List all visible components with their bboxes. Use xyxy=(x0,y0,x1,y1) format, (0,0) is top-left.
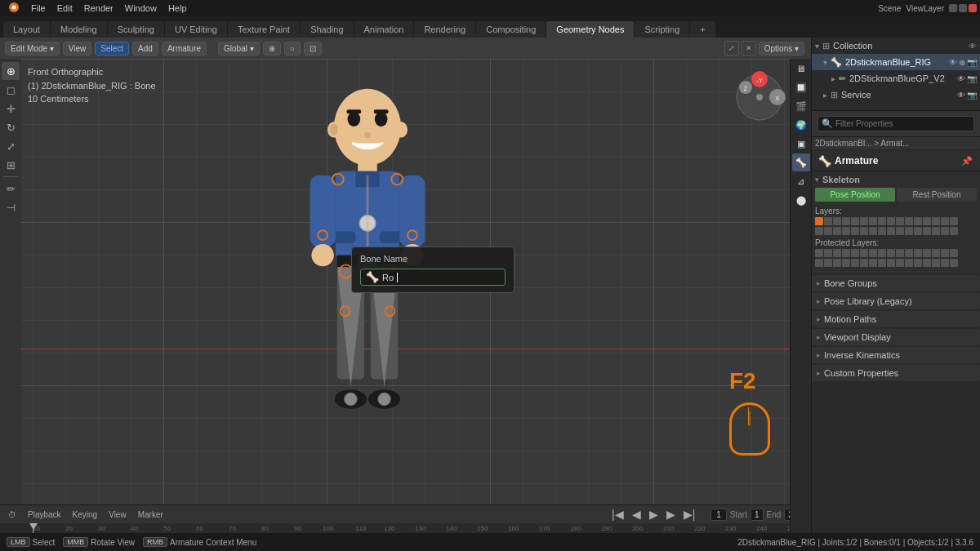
window-menu[interactable]: Window xyxy=(120,2,162,15)
transform-global[interactable]: Global ▾ xyxy=(218,42,260,56)
render-menu[interactable]: Render xyxy=(79,2,118,15)
help-menu[interactable]: Help xyxy=(163,2,192,15)
layer-24[interactable] xyxy=(887,227,895,235)
layer-13[interactable] xyxy=(932,217,940,225)
armature-tab[interactable]: 🦴 xyxy=(792,153,810,171)
prot-19[interactable] xyxy=(842,259,850,267)
layer-25[interactable] xyxy=(896,227,904,235)
prot-18[interactable] xyxy=(833,259,841,267)
current-frame[interactable]: 1 xyxy=(710,509,727,521)
prot-15[interactable] xyxy=(950,249,958,257)
rotate-tool[interactable]: ↻ xyxy=(2,118,20,136)
object-data-tab[interactable]: ⊿ xyxy=(792,172,810,190)
tab-add[interactable]: + xyxy=(690,21,715,38)
tab-compositing[interactable]: Compositing xyxy=(476,21,546,38)
tab-scripting[interactable]: Scripting xyxy=(635,21,689,38)
prot-8[interactable] xyxy=(887,249,895,257)
material-tab[interactable]: ⬤ xyxy=(792,191,810,209)
layer-14[interactable] xyxy=(941,217,949,225)
select-tool[interactable]: ◻ xyxy=(2,81,20,99)
prot-10[interactable] xyxy=(905,249,913,257)
layer-31[interactable] xyxy=(950,227,958,235)
output-tab[interactable]: 🖥 xyxy=(792,60,810,78)
prot-6[interactable] xyxy=(869,249,877,257)
snap-toggle[interactable]: ⊡ xyxy=(304,42,322,56)
visibility-icon[interactable]: 👁 xyxy=(969,42,977,51)
proportional-editing[interactable]: ○ xyxy=(284,42,301,56)
outliner-item-rig[interactable]: ▾ 🦴 2DstickmanBlue_RIG 👁 ⊕ 📷 xyxy=(812,54,980,70)
layer-4[interactable] xyxy=(851,217,859,225)
jump-start[interactable]: |◀ xyxy=(609,508,626,521)
edit-menu[interactable]: Edit xyxy=(52,2,78,15)
prot-13[interactable] xyxy=(932,249,940,257)
main-viewport[interactable]: ⊕ ◻ ✛ ↻ ⤢ ⊞ ✏ ⊣ Front Orthographic (1) 2… xyxy=(0,59,811,504)
viewport-close[interactable]: ✕ xyxy=(742,41,756,56)
layer-23[interactable] xyxy=(878,227,886,235)
layer-12[interactable] xyxy=(923,217,931,225)
layer-15[interactable] xyxy=(950,217,958,225)
prot-30[interactable] xyxy=(941,259,949,267)
layer-29[interactable] xyxy=(932,227,940,235)
layer-5[interactable] xyxy=(860,217,868,225)
tl-playback[interactable]: Playback xyxy=(24,509,65,520)
layer-19[interactable] xyxy=(842,227,850,235)
select-menu[interactable]: Select xyxy=(95,42,129,56)
tab-layout[interactable]: Layout xyxy=(3,21,50,38)
layer-6[interactable] xyxy=(869,217,877,225)
tab-rendering[interactable]: Rendering xyxy=(414,21,475,38)
bone-groups-header[interactable]: ▸ Bone Groups xyxy=(812,275,980,291)
layer-30[interactable] xyxy=(941,227,949,235)
cursor-icon-rig[interactable]: ⊕ xyxy=(959,58,965,67)
transform-tool[interactable]: ⊞ xyxy=(2,156,20,174)
prot-16[interactable] xyxy=(815,259,823,267)
prot-1[interactable] xyxy=(824,249,832,257)
render-icon-gp[interactable]: 📷 xyxy=(967,74,977,83)
custom-properties-header[interactable]: ▸ Custom Properties xyxy=(812,365,980,381)
tab-sculpting[interactable]: Sculpting xyxy=(108,21,164,38)
layer-2[interactable] xyxy=(833,217,841,225)
prot-31[interactable] xyxy=(950,259,958,267)
tl-view[interactable]: View xyxy=(105,509,130,520)
tl-btn-icon[interactable]: ⏱ xyxy=(5,509,20,520)
layer-22[interactable] xyxy=(869,227,877,235)
prev-frame[interactable]: ◀ xyxy=(630,508,644,521)
layer-1[interactable] xyxy=(824,217,832,225)
prot-2[interactable] xyxy=(833,249,841,257)
scale-tool[interactable]: ⤢ xyxy=(2,137,20,155)
layer-9[interactable] xyxy=(896,217,904,225)
tab-geometry-nodes[interactable]: Geometry Nodes xyxy=(546,21,634,38)
pin-icon[interactable]: 📌 xyxy=(960,154,973,167)
prot-26[interactable] xyxy=(905,259,913,267)
prot-25[interactable] xyxy=(896,259,904,267)
render-icon-rig[interactable]: 📷 xyxy=(967,58,977,67)
props-search[interactable]: 🔍 Filter Properties xyxy=(817,116,974,131)
prot-29[interactable] xyxy=(932,259,940,267)
layer-26[interactable] xyxy=(905,227,913,235)
layer-16[interactable] xyxy=(815,227,823,235)
prot-24[interactable] xyxy=(887,259,895,267)
layer-20[interactable] xyxy=(851,227,859,235)
prot-4[interactable] xyxy=(851,249,859,257)
motion-paths-header[interactable]: ▸ Motion Paths xyxy=(812,311,980,327)
prot-3[interactable] xyxy=(842,249,850,257)
prot-21[interactable] xyxy=(860,259,868,267)
prot-23[interactable] xyxy=(878,259,886,267)
layer-10[interactable] xyxy=(905,217,913,225)
outliner-item-service[interactable]: ▸ ⊞ Service 👁 📷 xyxy=(812,87,980,103)
prot-14[interactable] xyxy=(941,249,949,257)
pose-position-btn[interactable]: Pose Position xyxy=(815,188,895,202)
mode-selector[interactable]: Edit Mode ▾ xyxy=(5,42,60,56)
transform-options[interactable]: ⊕ xyxy=(263,42,281,56)
layer-0[interactable] xyxy=(815,217,823,225)
eye-icon-gp[interactable]: 👁 xyxy=(957,74,965,83)
pose-library-header[interactable]: ▸ Pose Library (Legacy) xyxy=(812,293,980,309)
play-btn[interactable]: ▶ xyxy=(647,508,661,521)
prot-11[interactable] xyxy=(914,249,922,257)
annotate-tool[interactable]: ✏ xyxy=(2,180,20,198)
prot-7[interactable] xyxy=(878,249,886,257)
eye-icon-service[interactable]: 👁 xyxy=(957,91,965,100)
layer-7[interactable] xyxy=(878,217,886,225)
prot-28[interactable] xyxy=(923,259,931,267)
start-value[interactable]: 1 xyxy=(751,509,764,521)
render-icon-service[interactable]: 📷 xyxy=(967,91,977,100)
